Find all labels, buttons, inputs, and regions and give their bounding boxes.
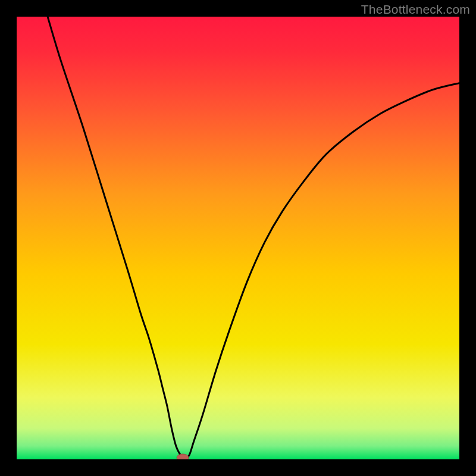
gradient-background [17, 17, 459, 459]
attribution-label: TheBottleneck.com [361, 2, 470, 17]
chart-svg [17, 17, 459, 459]
plot-area [17, 17, 459, 459]
optimal-point-marker [177, 454, 189, 459]
chart-frame: TheBottleneck.com [0, 0, 476, 476]
